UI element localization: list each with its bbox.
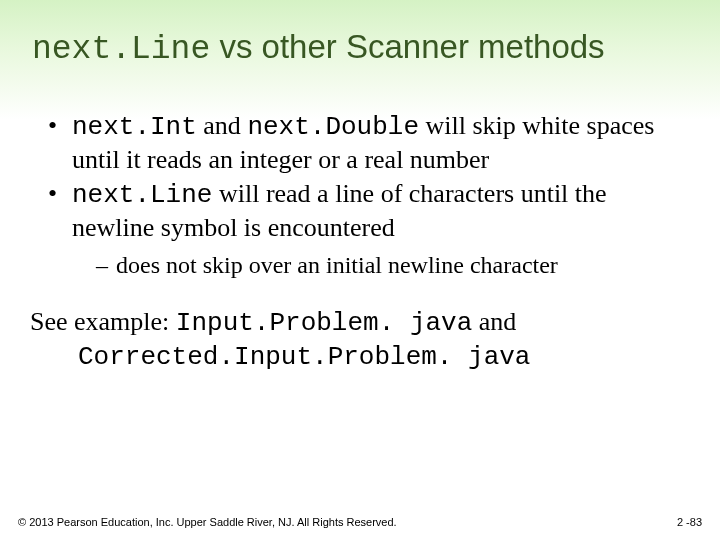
bullet-code: next.Int	[72, 112, 197, 142]
bullet-code: next.Double	[247, 112, 419, 142]
slide-content: next.Line vs other Scanner methods next.…	[0, 0, 720, 375]
bullet-text: and	[197, 111, 248, 140]
copyright-text: © 2013 Pearson Education, Inc. Upper Sad…	[18, 516, 397, 528]
footer: © 2013 Pearson Education, Inc. Upper Sad…	[18, 516, 702, 528]
see-prefix: See example:	[30, 307, 176, 336]
bullet-item: next.Int and next.Double will skip white…	[48, 110, 692, 176]
see-file: Input.Problem. java	[176, 308, 472, 338]
sub-bullet-list: does not skip over an initial newline ch…	[72, 250, 692, 281]
see-mid: and	[472, 307, 516, 336]
page-number: 2 -83	[677, 516, 702, 528]
see-example: See example: Input.Problem. java and Cor…	[28, 305, 692, 375]
sub-bullet-item: does not skip over an initial newline ch…	[96, 250, 692, 281]
bullet-item: next.Line will read a line of characters…	[48, 178, 692, 281]
title-code: next.Line	[32, 31, 210, 68]
see-file: Corrected.Input.Problem. java	[30, 341, 692, 375]
bullet-code: next.Line	[72, 180, 212, 210]
slide-title: next.Line vs other Scanner methods	[28, 28, 692, 68]
bullet-list: next.Int and next.Double will skip white…	[28, 110, 692, 281]
title-rest: vs other Scanner methods	[210, 28, 604, 65]
